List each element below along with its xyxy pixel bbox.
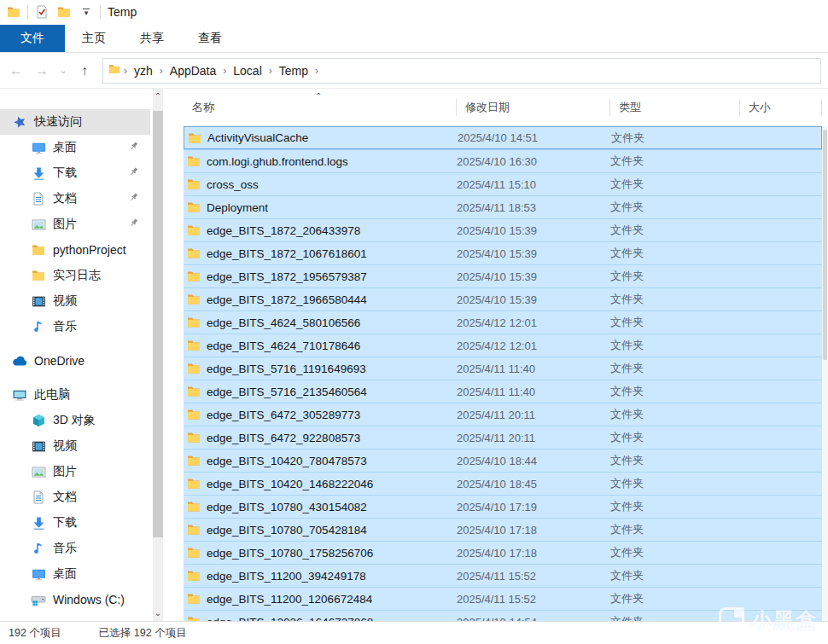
sidebar-scrollbar-thumb[interactable] <box>153 111 163 537</box>
up-button[interactable]: ↑ <box>73 60 96 82</box>
sidebar-item-桌面[interactable]: 桌面 <box>0 135 150 160</box>
file-date-modified: 2025/4/10 15:39 <box>457 293 610 306</box>
file-type: 文件夹 <box>610 568 740 583</box>
breadcrumb-chevron-icon[interactable]: › <box>267 65 274 77</box>
scroll-up-icon[interactable]: ⌃ <box>153 90 163 102</box>
column-header-date-modified[interactable]: 修改日期 <box>457 96 610 119</box>
sidebar-item-label: 实习日志 <box>53 268 101 283</box>
file-date-modified: 2025/4/10 16:30 <box>457 155 610 168</box>
sidebar-item-label: 视频 <box>53 293 77 309</box>
file-row[interactable]: edge_BITS_10420_7804785732025/4/10 18:44… <box>184 449 822 472</box>
file-type: 文件夹 <box>610 545 740 560</box>
sidebar-item-音乐[interactable]: 音乐 <box>0 314 150 339</box>
file-date-modified: 2025/4/10 17:18 <box>457 547 610 560</box>
file-date-modified: 2025/4/12 12:01 <box>457 339 610 352</box>
file-row[interactable]: com.logi.ghub.frontend.logs2025/4/10 16:… <box>184 149 822 172</box>
onedrive-icon <box>12 353 27 368</box>
column-header-name[interactable]: 名称 <box>184 96 457 119</box>
file-row[interactable]: edge_BITS_4624_5801065662025/4/12 12:01文… <box>184 310 822 334</box>
file-row[interactable]: edge_BITS_6472_9228085732025/4/11 20:11文… <box>184 426 822 449</box>
sidebar-item-下载[interactable]: 下载 <box>0 160 150 186</box>
breadcrumb-item[interactable]: Local <box>228 62 266 79</box>
file-row[interactable]: Deployment2025/4/11 18:53文件夹 <box>184 195 822 218</box>
file-row[interactable]: edge_BITS_11200_3942491782025/4/11 15:52… <box>184 564 822 587</box>
file-row[interactable]: ActivityVisualCache2025/4/10 14:51文件夹 <box>184 126 822 149</box>
sidebar-item-桌面[interactable]: 桌面 <box>0 561 150 587</box>
folder-icon <box>187 223 201 237</box>
breadcrumb-chevron-icon[interactable]: › <box>158 65 165 77</box>
pictures-icon <box>31 217 46 232</box>
file-date-modified: 2025/4/11 20:11 <box>457 409 610 421</box>
sidebar-item-文档[interactable]: 文档 <box>0 484 150 510</box>
breadcrumb-chevron-icon[interactable]: › <box>313 65 320 77</box>
sidebar-item-windowsc[interactable]: Windows (C:) <box>0 587 150 612</box>
file-row[interactable]: edge_BITS_1872_10676186012025/4/10 15:39… <box>184 241 822 264</box>
file-name: edge_BITS_1872_1067618601 <box>207 247 367 260</box>
tab-home[interactable]: 主页 <box>65 25 123 52</box>
desktop-icon <box>31 566 46 582</box>
folder-icon <box>187 200 201 214</box>
file-row[interactable]: edge_BITS_4624_7101786462025/4/12 12:01文… <box>184 334 822 357</box>
breadcrumb-item[interactable]: Temp <box>274 62 313 79</box>
file-type: 文件夹 <box>610 338 740 353</box>
filelist-scrollbar[interactable] <box>822 126 828 621</box>
sidebar-item-文档[interactable]: 文档 <box>0 186 150 212</box>
file-row[interactable]: edge_BITS_10780_17582567062025/4/10 17:1… <box>184 541 822 564</box>
sidebar-item-下载[interactable]: 下载 <box>0 510 150 536</box>
sidebar-item-图片[interactable]: 图片 <box>0 212 150 237</box>
folder-icon <box>188 131 201 145</box>
file-row[interactable]: cross_oss2025/4/11 15:10文件夹 <box>184 172 822 195</box>
sidebar-item-视频[interactable]: 视频 <box>0 433 150 459</box>
file-row[interactable]: edge_BITS_11200_12066724842025/4/11 15:5… <box>184 587 822 610</box>
sidebar-item-pythonproject[interactable]: pythonProject <box>0 237 150 263</box>
tab-share[interactable]: 共享 <box>123 25 181 52</box>
sidebar-item-onedrive[interactable]: OneDrive <box>0 348 150 374</box>
file-row[interactable]: edge_BITS_12036_16467378682025/4/10 14:5… <box>184 610 822 621</box>
file-type: 文件夹 <box>610 223 740 238</box>
sidebar-item-快速访问[interactable]: 快速访问 <box>0 109 150 135</box>
pin-icon <box>128 192 140 204</box>
sidebar-item-图片[interactable]: 图片 <box>0 459 150 484</box>
file-row[interactable]: edge_BITS_10420_14682220462025/4/10 18:4… <box>184 472 822 495</box>
breadcrumb-chevron-icon[interactable]: › <box>221 65 228 77</box>
file-row[interactable]: edge_BITS_5716_11916496932025/4/11 11:40… <box>184 357 822 380</box>
filelist-scrollbar-thumb[interactable] <box>823 130 827 360</box>
folder-icon <box>187 592 201 606</box>
sidebar-scrollbar[interactable]: ⌃ ⌄ <box>150 89 166 621</box>
content-area: 快速访问桌面下载文档图片pythonProject实习日志视频音乐OneDriv… <box>0 89 828 621</box>
file-row[interactable]: edge_BITS_5716_21354605642025/4/11 11:40… <box>184 380 822 403</box>
back-button[interactable]: ← <box>5 60 27 82</box>
file-row[interactable]: edge_BITS_10780_4301540822025/4/10 17:19… <box>184 495 822 518</box>
file-name: edge_BITS_10780_430154082 <box>207 501 367 513</box>
breadcrumb-item[interactable]: AppData <box>165 62 221 79</box>
sidebar-item-视频[interactable]: 视频 <box>0 288 150 314</box>
sidebar-item-label: Windows (C:) <box>53 593 125 606</box>
recent-locations-chevron-icon[interactable]: ⌄ <box>56 60 70 82</box>
file-date-modified: 2025/4/10 14:51 <box>458 131 611 144</box>
customize-toolbar-dropdown-icon[interactable]: ▾ <box>78 3 95 20</box>
file-row[interactable]: edge_BITS_1872_19665804442025/4/10 15:39… <box>184 287 822 310</box>
sidebar-item-实习日志[interactable]: 实习日志 <box>0 263 150 288</box>
file-row[interactable]: edge_BITS_6472_3052897732025/4/11 20:11文… <box>184 403 822 426</box>
forward-button[interactable]: → <box>31 60 53 82</box>
file-row[interactable]: edge_BITS_1872_19565793872025/4/10 15:39… <box>184 264 822 287</box>
file-name: edge_BITS_10420_1468222046 <box>207 478 373 490</box>
tab-view[interactable]: 查看 <box>181 25 239 52</box>
folder-icon <box>187 154 201 168</box>
sidebar-item-此电脑[interactable]: 此电脑 <box>0 382 150 408</box>
sidebar-item-音乐[interactable]: 音乐 <box>0 536 150 561</box>
file-row[interactable]: edge_BITS_1872_2064339782025/4/10 15:39文… <box>184 218 822 241</box>
new-folder-icon[interactable] <box>55 3 73 20</box>
tab-file[interactable]: 文件 <box>0 25 65 52</box>
column-header-type[interactable]: 类型 <box>610 96 740 119</box>
scroll-down-icon[interactable]: ⌄ <box>153 607 163 619</box>
file-date-modified: 2025/4/11 11:40 <box>457 363 610 375</box>
desktop-icon <box>31 140 46 155</box>
properties-check-icon[interactable] <box>33 3 50 20</box>
address-bar[interactable]: ›yzh›AppData›Local›Temp› <box>102 58 821 84</box>
breadcrumb-item[interactable]: yzh <box>129 62 158 79</box>
breadcrumb-chevron-icon[interactable]: › <box>122 65 129 77</box>
file-row[interactable]: edge_BITS_10780_7054281842025/4/10 17:18… <box>184 518 822 541</box>
column-header-size[interactable]: 大小 <box>740 96 822 119</box>
sidebar-item-3d对象[interactable]: 3D 对象 <box>0 408 150 433</box>
